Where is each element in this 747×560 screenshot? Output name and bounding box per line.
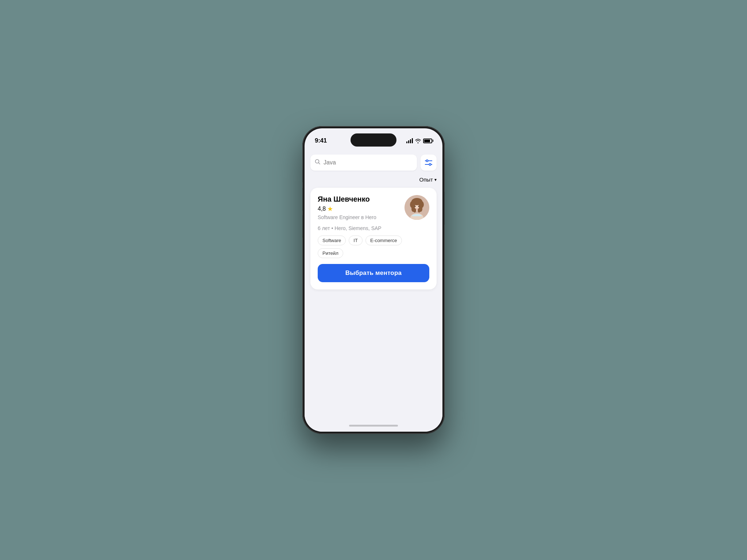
star-icon: ★ xyxy=(327,205,333,213)
filter-row: Опыт ▾ xyxy=(310,176,437,183)
power-button xyxy=(444,192,445,225)
mentor-info: Яна Шевченко 4,8 ★ Software Engineer в H… xyxy=(318,195,405,220)
dynamic-island xyxy=(351,133,396,147)
tags-row: Software IT E-commerce Ритейл xyxy=(318,236,429,258)
tag-retail: Ритейл xyxy=(318,248,343,258)
svg-point-16 xyxy=(418,206,419,207)
svg-point-4 xyxy=(429,164,431,166)
mentor-name: Яна Шевченко xyxy=(318,195,405,203)
search-row: Java xyxy=(310,155,437,171)
tag-software: Software xyxy=(318,236,346,245)
svg-point-15 xyxy=(415,206,416,207)
app-content: Java Опыт ▾ xyxy=(305,150,442,419)
filter-button[interactable] xyxy=(421,155,437,171)
volume-up-button xyxy=(302,188,303,211)
battery-icon xyxy=(423,139,432,143)
mentor-rating: 4,8 ★ xyxy=(318,205,405,213)
phone-screen: 9:41 xyxy=(305,128,442,432)
mentor-title: Software Engineer в Hero xyxy=(318,214,405,220)
search-container: Java xyxy=(310,155,417,171)
tag-ecommerce: E-commerce xyxy=(365,236,402,245)
phone-frame: 9:41 xyxy=(302,126,445,434)
svg-point-3 xyxy=(426,160,428,162)
card-header: Яна Шевченко 4,8 ★ Software Engineer в H… xyxy=(318,195,429,220)
chevron-down-icon: ▾ xyxy=(434,177,437,182)
signal-bars-icon xyxy=(406,138,413,143)
volume-down-button xyxy=(302,215,303,238)
tag-it: IT xyxy=(349,236,363,245)
rating-value: 4,8 xyxy=(318,206,326,212)
mentor-avatar xyxy=(405,195,429,220)
mentor-experience: 6 лет • Hero, Siemens, SAP xyxy=(318,225,429,231)
mentor-card: Яна Шевченко 4,8 ★ Software Engineer в H… xyxy=(310,188,437,289)
status-time: 9:41 xyxy=(315,137,327,144)
silent-switch xyxy=(302,170,303,182)
home-bar xyxy=(349,425,398,427)
search-icon xyxy=(315,159,321,166)
status-icons xyxy=(406,138,432,143)
search-input[interactable]: Java xyxy=(310,155,417,171)
home-indicator xyxy=(305,419,442,432)
sliders-icon xyxy=(425,159,432,166)
experience-filter-label: Опыт xyxy=(419,176,433,183)
wifi-icon xyxy=(415,139,421,143)
select-mentor-button[interactable]: Выбрать ментора xyxy=(318,264,429,282)
avatar-image xyxy=(405,195,429,220)
experience-filter[interactable]: Опыт ▾ xyxy=(419,176,437,183)
